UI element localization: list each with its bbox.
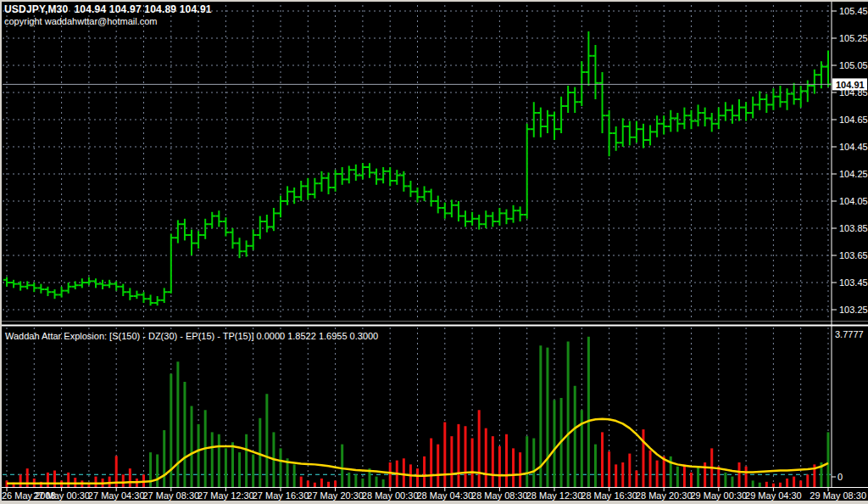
histogram-bar-down xyxy=(471,439,474,488)
histogram-bar-down xyxy=(663,456,665,487)
histogram-bar-up xyxy=(252,455,254,488)
histogram-bar-down xyxy=(327,482,330,487)
histogram-bar-down xyxy=(129,468,131,487)
indicator-max-label: 3.7777 xyxy=(835,329,864,339)
histogram-bar-up xyxy=(231,442,234,487)
time-label: 28 May 08:30 xyxy=(471,490,528,501)
histogram-bar-down xyxy=(443,423,446,488)
time-label: 28 May 04:30 xyxy=(416,490,473,501)
histogram-bar-down xyxy=(334,480,337,487)
time-scale-area[interactable]: 26 May 200827 May 00:3027 May 04:3027 Ma… xyxy=(0,488,868,504)
histogram-bar-up xyxy=(354,474,357,487)
histogram-bar-down xyxy=(704,462,706,487)
current-price-label: 104.91 xyxy=(836,80,865,90)
price-label: 104.65 xyxy=(839,115,868,125)
histogram-bar-up xyxy=(827,432,830,487)
histogram-bar-up xyxy=(265,394,268,487)
histogram-bar-up xyxy=(526,436,528,487)
histogram-bar-down xyxy=(485,428,487,487)
histogram-bar-down xyxy=(635,471,637,488)
time-label: 29 May 00:30 xyxy=(690,490,747,501)
histogram-bar-down xyxy=(465,426,467,487)
histogram-bar-up xyxy=(341,445,343,487)
copyright-line: copyright waddahwttar@hotmail.com xyxy=(4,16,158,26)
histogram-bar-up xyxy=(191,406,193,488)
histogram-bar-down xyxy=(19,474,22,487)
histogram-bar-down xyxy=(512,448,515,487)
histogram-bar-down xyxy=(608,451,610,487)
time-label: 28 May 16:30 xyxy=(581,490,637,501)
histogram-bar-up xyxy=(587,337,590,487)
histogram-bar-down xyxy=(601,432,604,487)
chart-background xyxy=(0,0,868,504)
histogram-bar-down xyxy=(492,436,494,487)
histogram-bar-up xyxy=(259,418,261,487)
histogram-bar-down xyxy=(656,461,659,487)
histogram-bar-up xyxy=(245,434,248,487)
time-label: 27 May 08:30 xyxy=(142,490,199,501)
histogram-bar-down xyxy=(806,474,809,487)
histogram-bar-up xyxy=(218,434,220,487)
histogram-bar-up xyxy=(724,473,726,487)
histogram-bar-up xyxy=(532,439,535,488)
histogram-bar-up xyxy=(574,386,576,487)
histogram-bar-up xyxy=(752,480,754,487)
histogram-bar-up xyxy=(546,348,548,487)
time-label: 28 May 00:30 xyxy=(362,490,419,501)
histogram-bar-down xyxy=(478,410,481,487)
histogram-bar-up xyxy=(238,452,241,487)
histogram-bar-up xyxy=(211,432,214,487)
histogram-bar-down xyxy=(772,484,775,487)
time-label: 27 May 20:30 xyxy=(307,490,364,501)
histogram-bar-down xyxy=(683,464,686,487)
histogram-bar-up xyxy=(156,455,159,488)
histogram-bar-up xyxy=(198,424,200,487)
time-label: 27 May 00:30 xyxy=(33,490,90,501)
window-top-edge xyxy=(0,0,868,2)
histogram-bar-down xyxy=(307,480,309,487)
histogram-bar-up xyxy=(176,361,179,487)
price-label: 103.25 xyxy=(839,305,868,315)
histogram-bar-down xyxy=(450,436,453,487)
price-label: 105.05 xyxy=(839,60,868,70)
histogram-bar-down xyxy=(423,456,426,487)
time-label: 28 May 12:30 xyxy=(526,490,583,501)
histogram-bar-down xyxy=(389,462,392,487)
time-label: 29 May 04:30 xyxy=(745,490,802,501)
price-label: 104.05 xyxy=(839,196,868,206)
histogram-bar-down xyxy=(690,473,693,487)
histogram-bar-down xyxy=(122,474,125,487)
window-bottom-edge xyxy=(0,501,868,504)
time-label: 27 May 04:30 xyxy=(88,490,145,501)
histogram-bar-down xyxy=(779,483,782,487)
time-label: 27 May 16:30 xyxy=(253,490,309,501)
histogram-bar-down xyxy=(320,479,323,487)
histogram-bar-down xyxy=(416,468,419,487)
histogram-bar-down xyxy=(738,462,741,487)
histogram-bar-up xyxy=(293,464,296,487)
histogram-bar-down xyxy=(430,439,432,488)
chart-svg[interactable]: 26 May 200827 May 00:3027 May 04:3027 Ma… xyxy=(0,0,868,504)
histogram-bar-down xyxy=(793,477,795,487)
histogram-bar-up xyxy=(554,400,556,487)
time-label: 28 May 20:30 xyxy=(636,490,693,501)
histogram-bar-up xyxy=(376,477,378,487)
histogram-bar-up xyxy=(759,483,761,487)
histogram-bar-down xyxy=(94,477,97,487)
histogram-bar-down xyxy=(457,424,459,487)
histogram-bar-down xyxy=(642,429,644,487)
time-label: 27 May 12:30 xyxy=(198,490,254,501)
histogram-bar-down xyxy=(765,482,768,487)
histogram-bar-up xyxy=(697,467,699,487)
price-label: 105.45 xyxy=(839,6,868,16)
histogram-bar-down xyxy=(53,471,56,488)
price-label: 104.25 xyxy=(839,169,868,179)
histogram-bar-down xyxy=(628,454,631,487)
histogram-bar-up xyxy=(731,477,733,487)
histogram-bar-up xyxy=(676,467,679,487)
window-left-edge xyxy=(0,0,2,504)
histogram-bar-up xyxy=(361,479,364,487)
histogram-bar-up xyxy=(163,430,165,487)
histogram-bar-down xyxy=(649,451,652,487)
histogram-bar-down xyxy=(745,467,748,487)
